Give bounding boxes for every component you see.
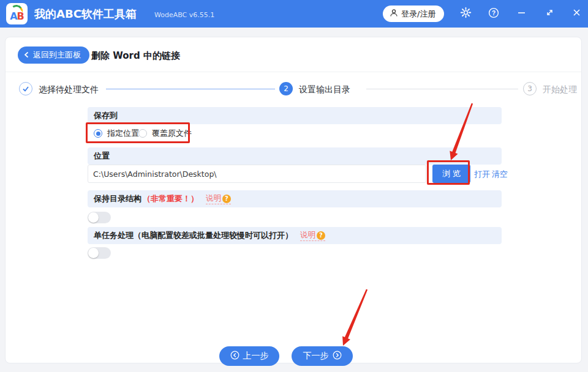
section-header-single-task: 单任务处理（电脑配置较差或批量处理较慢时可以打开） 说明? — [88, 227, 502, 244]
help-icon: ? — [488, 7, 499, 20]
step3-badge: 3 — [523, 82, 537, 95]
step1-check-icon — [19, 82, 32, 95]
user-icon — [390, 9, 398, 19]
single-task-title: 单任务处理（电脑配置较差或批量处理较慢时可以打开） — [94, 230, 293, 241]
question-badge-icon: ? — [222, 195, 231, 203]
back-to-dashboard-button[interactable]: 返回到主面板 — [18, 46, 89, 64]
keep-structure-title: 保持目录结构 — [94, 193, 141, 204]
keep-structure-toggle[interactable] — [88, 212, 111, 223]
previous-step-button[interactable]: 上一步 — [219, 346, 279, 366]
step-connector-2 — [366, 89, 518, 89]
question-badge-icon: ? — [317, 231, 325, 240]
section-header-location: 位置 — [88, 147, 502, 165]
important-note: （非常重要！） — [143, 193, 198, 204]
radio-specified-location[interactable]: 指定位置 — [94, 128, 139, 139]
circle-chevron-right-icon — [333, 351, 342, 362]
maximize-button[interactable] — [542, 6, 557, 21]
gear-icon — [460, 7, 472, 20]
clear-path-link[interactable]: 清空 — [492, 169, 508, 180]
app-title: 我的ABC软件工具箱 — [34, 7, 137, 21]
header-divider — [6, 72, 581, 72]
settings-button[interactable] — [458, 6, 473, 21]
page-title: 删除 Word 中的链接 — [91, 50, 180, 62]
login-button[interactable]: 登录/注册 — [383, 6, 444, 22]
keep-structure-help-link[interactable]: 说明? — [206, 193, 231, 204]
prev-label: 上一步 — [243, 351, 269, 362]
help-label: 说明 — [300, 230, 315, 240]
radio-overwrite-label: 覆盖原文件 — [152, 128, 192, 139]
save-to-title: 保存到 — [94, 110, 118, 121]
single-task-toggle[interactable] — [88, 247, 111, 259]
open-folder-link[interactable]: 打开 — [474, 169, 490, 180]
next-label: 下一步 — [303, 351, 329, 362]
close-button[interactable] — [569, 6, 584, 21]
circle-chevron-left-icon — [230, 351, 239, 362]
step2-label: 设置输出目录 — [299, 84, 350, 95]
single-task-help-link[interactable]: 说明? — [300, 230, 325, 241]
radio-on-icon — [94, 129, 102, 138]
minimize-icon — [518, 9, 526, 18]
main-panel: 返回到主面板 删除 Word 中的链接 选择待处理文件 2 设置输出目录 3 开… — [5, 37, 582, 363]
output-path-input[interactable] — [88, 165, 426, 183]
minimize-button[interactable] — [514, 6, 529, 21]
login-label: 登录/注册 — [401, 9, 435, 20]
step1-label: 选择待处理文件 — [39, 84, 99, 95]
svg-text:?: ? — [492, 10, 496, 17]
section-header-save-to: 保存到 — [88, 107, 502, 124]
step2-badge: 2 — [279, 82, 293, 95]
step3-label: 开始处理 — [543, 84, 577, 95]
radio-specified-label: 指定位置 — [107, 128, 139, 139]
help-label: 说明 — [206, 193, 221, 204]
chevron-left-icon — [24, 51, 29, 60]
app-version: WodeABC v6.55.1 — [154, 11, 214, 19]
section-header-keep-structure: 保持目录结构 （非常重要！） 说明? — [88, 190, 502, 207]
maximize-icon — [546, 9, 554, 18]
radio-overwrite-original[interactable]: 覆盖原文件 — [138, 128, 192, 139]
close-icon — [573, 9, 581, 18]
location-title: 位置 — [94, 151, 110, 162]
back-label: 返回到主面板 — [33, 50, 81, 61]
browse-button[interactable]: 浏 览 — [432, 165, 470, 183]
help-button[interactable]: ? — [486, 6, 501, 21]
next-step-button[interactable]: 下一步 — [292, 346, 353, 366]
radio-off-icon — [138, 129, 147, 138]
step-connector-1 — [106, 89, 275, 89]
titlebar: AB 我的ABC软件工具箱 WodeABC v6.55.1 登录/注册 — [0, 0, 588, 28]
